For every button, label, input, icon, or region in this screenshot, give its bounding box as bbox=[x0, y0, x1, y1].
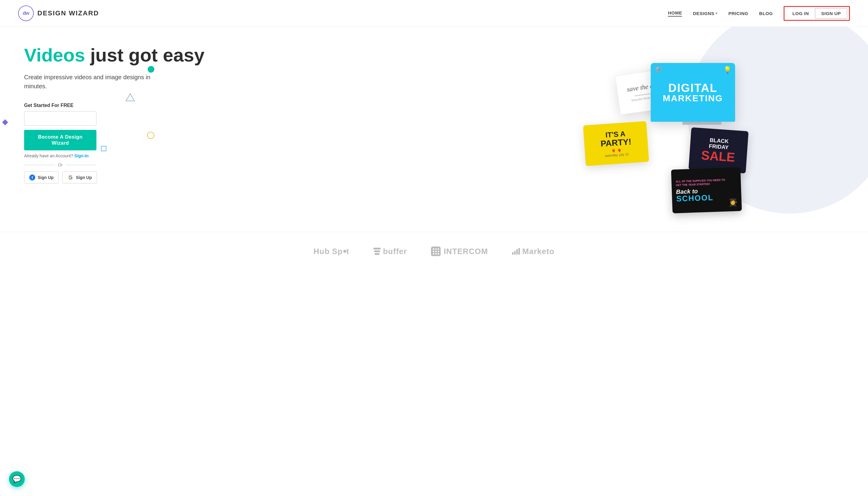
social-signup-area: f Sign Up Sign Up bbox=[24, 171, 433, 184]
sign-in-link[interactable]: Sign-In bbox=[75, 153, 89, 158]
intercom-text: INTERCOM bbox=[444, 247, 488, 256]
marketo-bars bbox=[512, 248, 520, 254]
hero-left: Videos just got easy Create impressive v… bbox=[0, 27, 451, 232]
hero-title-highlight: Videos bbox=[24, 45, 85, 65]
logo-circle: dw bbox=[18, 5, 34, 21]
chevron-down-icon: ▾ bbox=[715, 12, 718, 15]
nav-auth-box: LOG IN SIGN UP bbox=[784, 6, 850, 21]
intercom-icon bbox=[431, 247, 440, 256]
google-signup-label: Sign Up bbox=[76, 175, 92, 180]
google-signup-button[interactable]: Sign Up bbox=[62, 171, 97, 184]
party-card: IT'S A PARTY! 🎈 🎈 saturday, july 12 bbox=[583, 121, 649, 166]
nav: HOME DESIGNS ▾ PRICING BLOG LOG IN SIGN … bbox=[668, 6, 850, 21]
nav-home[interactable]: HOME bbox=[668, 10, 682, 17]
hero-title-rest: just got easy bbox=[85, 45, 204, 65]
back-to-school-card: ALL OF THE SUPPLIES YOU NEED TOGET THE Y… bbox=[671, 167, 742, 213]
hero-subtitle: Create impressive videos and image desig… bbox=[24, 73, 151, 91]
nav-pricing[interactable]: PRICING bbox=[728, 11, 748, 16]
intercom-logo: INTERCOM bbox=[431, 247, 488, 256]
black-friday-card: BLACK FRIDAY SALE bbox=[688, 127, 748, 174]
hero-title: Videos just got easy bbox=[24, 45, 433, 65]
hubspot-text: Hub bbox=[313, 247, 330, 256]
marketo-logo: Marketo bbox=[512, 247, 555, 256]
get-started-label: Get Started For FREE bbox=[24, 103, 433, 108]
facebook-icon: f bbox=[29, 174, 35, 181]
divider-line-left bbox=[24, 165, 55, 165]
marketo-text: Marketo bbox=[522, 247, 555, 256]
already-account-text: Already have an Account? Sign-In bbox=[24, 153, 433, 158]
logo-text: DESIGN WIZARD bbox=[37, 9, 99, 17]
or-divider: Or bbox=[24, 162, 96, 167]
hubspot-spot: Sp t bbox=[332, 247, 349, 256]
become-wizard-button[interactable]: Become A Design Wizard bbox=[24, 130, 96, 150]
facebook-signup-label: Sign Up bbox=[38, 175, 53, 180]
login-button[interactable]: LOG IN bbox=[786, 9, 815, 18]
hero-section: Videos just got easy Create impressive v… bbox=[0, 27, 868, 232]
header: dw DESIGN WIZARD HOME DESIGNS ▾ PRICING … bbox=[0, 0, 868, 27]
divider-line-right bbox=[66, 165, 96, 165]
hero-right: save the date ━━━━━━━━━━ beautiful flora… bbox=[451, 27, 868, 232]
or-label: Or bbox=[58, 162, 63, 167]
email-input[interactable] bbox=[24, 111, 96, 126]
google-icon bbox=[67, 174, 74, 181]
buffer-text: buffer bbox=[383, 247, 407, 256]
cards-stack: save the date ━━━━━━━━━━ beautiful flora… bbox=[582, 54, 750, 211]
signup-button[interactable]: SIGN UP bbox=[815, 8, 847, 19]
hubspot-logo: Hub Sp t bbox=[313, 247, 349, 256]
digital-marketing-card: DIGITAL MARKETING 💡 ⚙️ bbox=[651, 63, 735, 122]
nav-designs[interactable]: DESIGNS ▾ bbox=[693, 11, 718, 16]
cards-area: save the date ━━━━━━━━━━ beautiful flora… bbox=[451, 27, 868, 232]
nav-blog[interactable]: BLOG bbox=[759, 11, 773, 16]
buffer-logo: buffer bbox=[373, 247, 407, 256]
logos-section: Hub Sp t buffer I bbox=[0, 232, 868, 270]
logo[interactable]: dw DESIGN WIZARD bbox=[18, 5, 99, 21]
facebook-signup-button[interactable]: f Sign Up bbox=[24, 171, 59, 184]
